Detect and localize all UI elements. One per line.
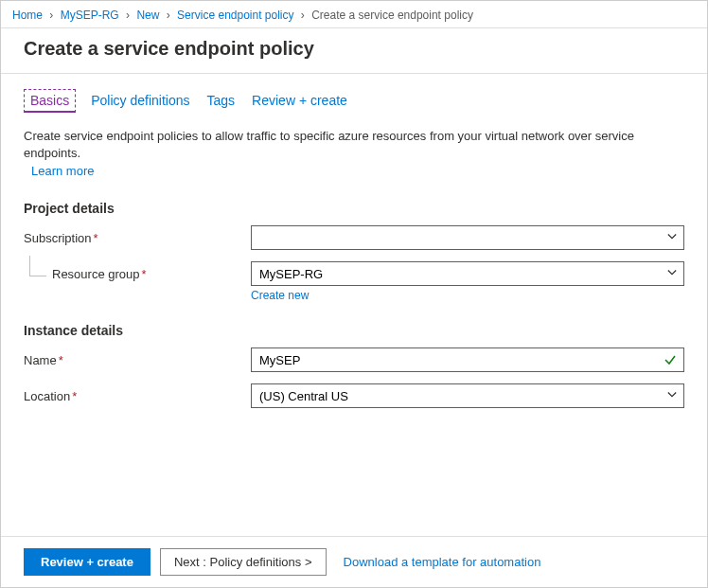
review-create-button[interactable]: Review + create xyxy=(24,548,150,576)
chevron-right-icon: › xyxy=(49,9,53,22)
tab-policy-definitions[interactable]: Policy definitions xyxy=(89,89,191,113)
resource-group-select[interactable] xyxy=(251,261,684,286)
tab-review-create[interactable]: Review + create xyxy=(250,89,349,113)
create-new-link[interactable]: Create new xyxy=(251,289,309,302)
tab-basics[interactable]: Basics xyxy=(24,89,76,113)
location-select[interactable] xyxy=(251,383,684,408)
required-icon: * xyxy=(142,267,147,281)
download-template-link[interactable]: Download a template for automation xyxy=(344,555,541,569)
breadcrumb-sep-policy[interactable]: Service endpoint policy xyxy=(177,9,293,22)
name-label: Name* xyxy=(24,353,251,367)
footer: Review + create Next : Policy definition… xyxy=(1,536,707,587)
instance-details-heading: Instance details xyxy=(24,323,684,338)
required-icon: * xyxy=(72,389,77,403)
project-details-heading: Project details xyxy=(24,201,684,216)
breadcrumb-current: Create a service endpoint policy xyxy=(311,9,473,22)
breadcrumb-new[interactable]: New xyxy=(136,9,159,22)
subscription-label: Subscription* xyxy=(24,231,251,245)
name-input[interactable] xyxy=(251,347,684,372)
subscription-select[interactable] xyxy=(251,225,684,250)
resource-group-label: Resource group* xyxy=(24,267,251,281)
breadcrumb: Home › MySEP-RG › New › Service endpoint… xyxy=(1,1,707,28)
description-text: Create service endpoint policies to allo… xyxy=(24,128,684,162)
chevron-right-icon: › xyxy=(167,9,170,22)
tree-line-icon xyxy=(29,256,46,276)
breadcrumb-home[interactable]: Home xyxy=(12,9,43,22)
learn-more-link[interactable]: Learn more xyxy=(31,164,94,178)
required-icon: * xyxy=(94,231,98,245)
location-label: Location* xyxy=(24,389,251,403)
breadcrumb-rg[interactable]: MySEP-RG xyxy=(61,9,119,22)
chevron-right-icon: › xyxy=(126,9,130,22)
page-title: Create a service endpoint policy xyxy=(1,28,707,73)
tab-tags[interactable]: Tags xyxy=(205,89,238,113)
chevron-right-icon: › xyxy=(301,9,305,22)
tabs: Basics Policy definitions Tags Review + … xyxy=(24,74,684,113)
next-button[interactable]: Next : Policy definitions > xyxy=(160,548,327,576)
required-icon: * xyxy=(59,353,63,367)
